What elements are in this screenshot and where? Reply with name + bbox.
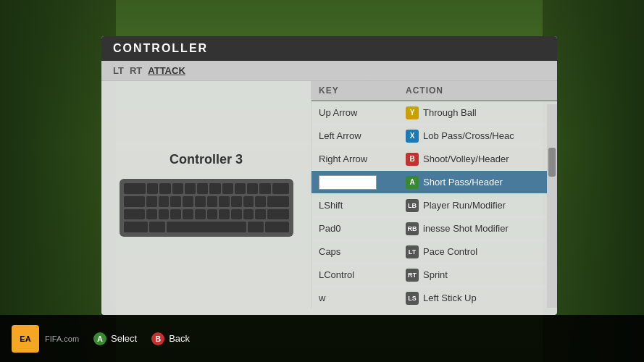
action-text: Sprint [423, 269, 448, 280]
key-c [170, 209, 181, 220]
btn-b-circle: B [151, 332, 164, 345]
key-d [170, 196, 181, 207]
row-key [319, 175, 406, 190]
row-action: AShort Pass/Header [406, 176, 550, 189]
row-action: RTSprint [406, 269, 550, 282]
table-row[interactable]: Pad0RBinesse Shot Modifier [311, 217, 557, 240]
action-select: A Select [93, 332, 137, 345]
bg-right [543, 0, 644, 362]
row-key: Right Arrow [319, 153, 406, 164]
row-action: LTPace Control [406, 245, 550, 258]
action-badge: Y [406, 106, 419, 119]
key-l [243, 196, 254, 207]
key-lshift [124, 209, 145, 220]
key-f [183, 196, 193, 207]
action-select-label: Select [111, 333, 137, 344]
key-lalt [149, 222, 165, 232]
key-ralt [248, 222, 264, 232]
key-j [219, 196, 230, 207]
row-action: XLob Pass/Cross/Heac [406, 130, 550, 143]
header-action: ACTION [406, 85, 550, 96]
key-action-section: KEY ACTION Up ArrowYThrough BallLeft Arr… [311, 81, 557, 308]
action-badge: RT [406, 269, 419, 282]
key-s [159, 196, 170, 207]
scroll-thumb[interactable] [548, 148, 556, 177]
key-slash [255, 209, 266, 220]
key-h [207, 196, 218, 207]
table-row[interactable]: wLSLeft Stick Up [311, 287, 557, 305]
row-key: Left Arrow [319, 130, 406, 141]
btn-a-circle: A [93, 332, 106, 345]
key-caps [124, 196, 145, 207]
key-v [183, 209, 193, 220]
bg-left [0, 0, 116, 362]
tab-rt[interactable]: RT [130, 65, 142, 76]
scrollbar[interactable] [547, 104, 557, 308]
row-key: Caps [319, 246, 406, 257]
key-n [207, 209, 218, 220]
key-p [259, 183, 270, 194]
row-key: Pad0 [319, 223, 406, 234]
tab-lt[interactable]: LT [113, 65, 124, 76]
key-i [235, 183, 246, 194]
action-badge: LB [406, 199, 419, 212]
key-q [147, 183, 158, 194]
header-key: KEY [319, 85, 406, 96]
action-text: Player Run/Modifier [423, 200, 506, 211]
table-row[interactable]: Left ArrowXLob Pass/Cross/Heac [311, 125, 557, 148]
keyboard-section: Controller 3 [101, 81, 311, 308]
key-u [222, 183, 233, 194]
key-input[interactable] [319, 175, 377, 190]
action-badge: X [406, 130, 419, 143]
table-row[interactable]: CapsLTPace Control [311, 240, 557, 264]
row-action: RBinesse Shot Modifier [406, 222, 550, 235]
row-action: BShoot/Volley/Header [406, 153, 550, 166]
key-k [231, 196, 242, 207]
key-rctrl [265, 222, 289, 232]
key-comma [231, 209, 242, 220]
title-bar: CONTROLLER [101, 36, 557, 61]
table-row[interactable]: LShiftLBPlayer Run/Modifier [311, 194, 557, 217]
tab-attack[interactable]: ATTACK [148, 65, 185, 76]
action-text: Lob Pass/Cross/Heac [423, 130, 514, 141]
key-b [195, 209, 206, 220]
row-action: YThrough Ball [406, 106, 550, 119]
table-row[interactable]: Right ArrowBShoot/Volley/Header [311, 148, 557, 171]
keyboard-image [120, 179, 293, 237]
key-dot [243, 209, 254, 220]
tabs-row: LT RT ATTACK [101, 61, 557, 81]
table-row[interactable]: AShort Pass/Header [311, 171, 557, 194]
row-key: Up Arrow [319, 107, 406, 118]
ea-logo: EA [12, 325, 39, 353]
key-r [185, 183, 196, 194]
action-back-label: Back [169, 333, 190, 344]
action-back: B Back [151, 332, 190, 345]
key-g [195, 196, 206, 207]
bottom-bar: EA FIFA.com A Select B Back [0, 315, 644, 362]
key-x [159, 209, 170, 220]
action-text: Pace Control [423, 246, 477, 257]
key-e [172, 183, 183, 194]
action-badge: B [406, 153, 419, 166]
row-key: LControl [319, 269, 406, 280]
table-header: KEY ACTION [311, 81, 557, 101]
table-row[interactable]: LControlRTSprint [311, 264, 557, 287]
action-badge: LS [406, 292, 419, 305]
key-bs [272, 183, 289, 194]
key-semi [255, 196, 266, 207]
action-badge: RB [406, 222, 419, 235]
table-body: Up ArrowYThrough BallLeft ArrowXLob Pass… [311, 101, 557, 305]
action-text: Short Pass/Header [423, 177, 503, 188]
action-badge: A [406, 176, 419, 189]
action-text: inesse Shot Modifier [423, 223, 509, 234]
row-action: LBPlayer Run/Modifier [406, 199, 550, 212]
key-a [146, 196, 157, 207]
key-m [219, 209, 230, 220]
action-text: Through Ball [423, 107, 477, 118]
key-tab [124, 183, 146, 194]
key-enter [267, 196, 288, 207]
table-row[interactable]: Up ArrowYThrough Ball [311, 101, 557, 125]
key-z [146, 209, 157, 220]
row-key: w [319, 292, 406, 303]
content-area: Controller 3 [101, 81, 557, 308]
